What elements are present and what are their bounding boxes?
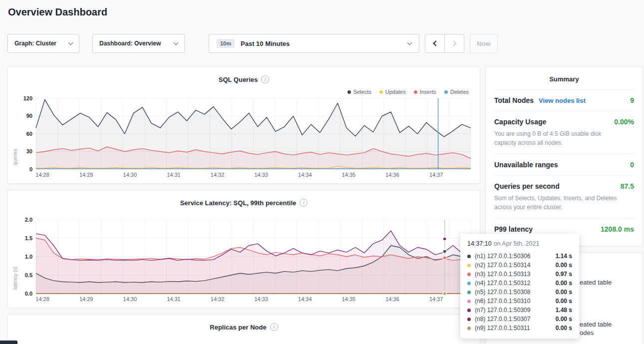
qps-description: Sum of Selects, Updates, Inserts, and De… bbox=[494, 194, 634, 212]
svg-text:14:29: 14:29 bbox=[79, 172, 93, 178]
tooltip-row: (n5) 127.0.0.1:503080.00 s bbox=[467, 288, 572, 297]
node-latency-value: 0.97 s bbox=[556, 271, 572, 278]
summary-row-unavailable-ranges: Unavailable ranges 0 bbox=[494, 154, 634, 175]
node-latency-value: 0.00 s bbox=[556, 298, 572, 305]
unavailable-ranges-value: 0 bbox=[630, 161, 634, 169]
event-item-fragment: eated table bbox=[580, 321, 612, 328]
node-latency-value: 0.00 s bbox=[556, 280, 572, 287]
node-color-dot bbox=[467, 264, 471, 267]
graph-dropdown[interactable]: Graph: Cluster bbox=[7, 34, 79, 53]
node-color-dot bbox=[467, 309, 471, 312]
latency-hover-tooltip: 14:37:10on Apr 5th, 2021 (n1) 127.0.0.1:… bbox=[460, 234, 579, 339]
svg-text:90: 90 bbox=[26, 113, 32, 119]
graph-dropdown-label: Graph: Cluster bbox=[14, 40, 56, 47]
legend-label: Updates bbox=[385, 89, 406, 95]
svg-text:14:37: 14:37 bbox=[429, 296, 443, 302]
node-address: (n2) 127.0.0.1:50314 bbox=[475, 262, 530, 269]
node-color-dot bbox=[467, 300, 471, 303]
legend-item-inserts[interactable]: Inserts bbox=[414, 89, 436, 95]
tooltip-header: 14:37:10on Apr 5th, 2021 bbox=[467, 240, 572, 247]
chevron-down-icon bbox=[174, 40, 179, 45]
unavailable-ranges-label: Unavailable ranges bbox=[494, 161, 558, 169]
node-latency-value: 0.00 s bbox=[556, 325, 572, 332]
node-color-dot bbox=[467, 318, 471, 321]
info-icon[interactable]: i bbox=[270, 323, 278, 331]
info-icon[interactable]: i bbox=[300, 199, 308, 207]
node-address: (n4) 127.0.0.1:50312 bbox=[475, 280, 530, 287]
svg-text:0.0: 0.0 bbox=[25, 291, 32, 297]
total-nodes-value: 9 bbox=[630, 96, 634, 104]
svg-text:1.5: 1.5 bbox=[25, 235, 32, 241]
node-color-dot bbox=[467, 291, 471, 294]
legend-item-updates[interactable]: Updates bbox=[379, 89, 406, 95]
chart-title-replicas: Replicas per Node bbox=[210, 324, 266, 331]
node-latency-value: 1.48 s bbox=[556, 307, 572, 314]
dashboard-dropdown-label: Dashboard: Overview bbox=[99, 40, 161, 47]
node-address: (n5) 127.0.0.1:50308 bbox=[475, 289, 530, 296]
svg-text:60: 60 bbox=[26, 131, 32, 137]
capacity-description: You are using 0 B of 4.5 GiB usable disk… bbox=[494, 129, 634, 147]
svg-text:14:28: 14:28 bbox=[35, 172, 49, 178]
next-time-button bbox=[444, 34, 464, 53]
svg-text:14:31: 14:31 bbox=[167, 296, 181, 302]
summary-row-capacity: Capacity Usage 0.00% You are using 0 B o… bbox=[494, 111, 634, 154]
svg-text:14:31: 14:31 bbox=[167, 172, 181, 178]
node-address: (n8) 127.0.0.1:50307 bbox=[475, 316, 530, 323]
svg-text:14:36: 14:36 bbox=[385, 296, 399, 302]
p99-label: P99 latency bbox=[494, 225, 533, 233]
svg-text:120: 120 bbox=[23, 96, 32, 101]
legend-label: Inserts bbox=[420, 89, 436, 95]
node-color-dot bbox=[467, 282, 471, 285]
svg-text:30: 30 bbox=[26, 148, 32, 154]
node-address: (n6) 127.0.0.1:50310 bbox=[475, 298, 530, 305]
svg-text:0.5: 0.5 bbox=[25, 272, 32, 278]
time-nav-buttons bbox=[425, 34, 464, 53]
svg-text:14:30: 14:30 bbox=[123, 172, 137, 178]
info-icon[interactable]: i bbox=[261, 75, 269, 83]
svg-text:14:29: 14:29 bbox=[79, 296, 93, 302]
svg-text:14:32: 14:32 bbox=[211, 172, 225, 178]
legend-dot bbox=[444, 90, 448, 94]
page-title: Overview Dashboard bbox=[8, 6, 107, 18]
legend-dot bbox=[414, 90, 417, 94]
sql-queries-plot[interactable]: 030609012014:2814:2914:3014:3114:3214:33… bbox=[15, 96, 473, 179]
svg-text:0: 0 bbox=[29, 166, 32, 172]
tooltip-row: (n4) 127.0.0.1:503120.00 s bbox=[467, 279, 572, 288]
time-range-label: Past 10 Minutes bbox=[241, 40, 290, 47]
summary-row-qps: Queries per second 87.5 Sum of Selects, … bbox=[494, 175, 634, 218]
legend-label: Selects bbox=[353, 89, 371, 95]
chevron-right-icon bbox=[451, 40, 456, 46]
prev-time-button[interactable] bbox=[425, 34, 445, 53]
node-latency-value: 0.00 s bbox=[556, 316, 572, 323]
service-latency-chart-card: Service Latency: SQL, 99th percentile i … bbox=[7, 190, 480, 308]
time-range-badge: 10m bbox=[217, 39, 235, 48]
qps-value: 87.5 bbox=[621, 182, 634, 190]
node-address: (n7) 127.0.0.1:50309 bbox=[475, 307, 530, 314]
node-latency-value: 0.00 s bbox=[556, 262, 572, 269]
legend-item-selects[interactable]: Selects bbox=[347, 89, 371, 95]
svg-text:14:37: 14:37 bbox=[429, 172, 443, 178]
legend-item-deletes[interactable]: Deletes bbox=[444, 89, 469, 95]
chart-title-service-latency: Service Latency: SQL, 99th percentile bbox=[180, 199, 297, 207]
legend-dot bbox=[379, 90, 383, 94]
tooltip-time: 14:37:10 bbox=[467, 240, 492, 247]
service-latency-plot[interactable]: 0.00.51.01.52.014:2814:2914:3014:3114:32… bbox=[15, 217, 473, 304]
summary-title: Summary bbox=[486, 67, 643, 89]
view-nodes-list-link[interactable]: View nodes list bbox=[539, 97, 586, 104]
chart-title-sql-queries: SQL Queries bbox=[219, 76, 258, 83]
event-item-fragment: eated table bbox=[580, 279, 612, 286]
dashboard-dropdown[interactable]: Dashboard: Overview bbox=[92, 34, 185, 53]
sql-queries-chart-card: SQL Queries i SelectsUpdatesInsertsDelet… bbox=[7, 66, 480, 184]
now-button: Now bbox=[470, 34, 498, 53]
summary-panel: Summary Total Nodes View nodes list 9 Ca… bbox=[485, 66, 643, 246]
event-item-fragment: odes bbox=[580, 329, 594, 337]
chevron-down-icon bbox=[68, 40, 73, 45]
node-latency-value: 0.00 s bbox=[556, 289, 572, 296]
svg-text:14:34: 14:34 bbox=[298, 172, 312, 178]
node-address: (n1) 127.0.0.1:50306 bbox=[475, 253, 530, 260]
node-address: (n3) 127.0.0.1:50313 bbox=[475, 271, 530, 278]
legend-label: Deletes bbox=[450, 89, 469, 95]
time-range-picker[interactable]: 10m Past 10 Minutes bbox=[209, 34, 419, 53]
svg-text:14:34: 14:34 bbox=[298, 296, 312, 302]
total-nodes-label: Total Nodes bbox=[494, 96, 534, 104]
